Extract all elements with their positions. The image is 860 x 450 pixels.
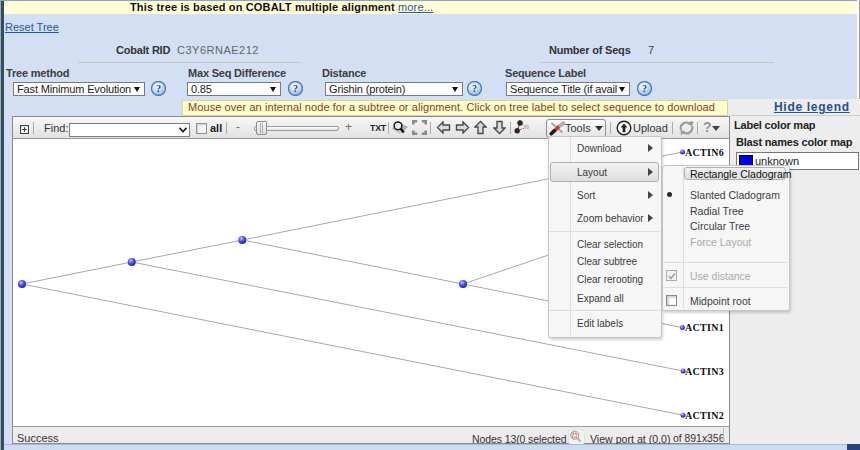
svg-text:ACTIN3: ACTIN3 [685,366,724,377]
svg-text:?: ? [293,83,298,94]
svg-text:?: ? [156,83,161,94]
svg-text:ACTIN1: ACTIN1 [685,322,724,333]
svg-text:ACTIN6: ACTIN6 [685,147,724,158]
svg-text:?: ? [472,83,477,94]
svg-text:?: ? [642,83,647,94]
svg-text:ACTIN2: ACTIN2 [685,410,724,421]
